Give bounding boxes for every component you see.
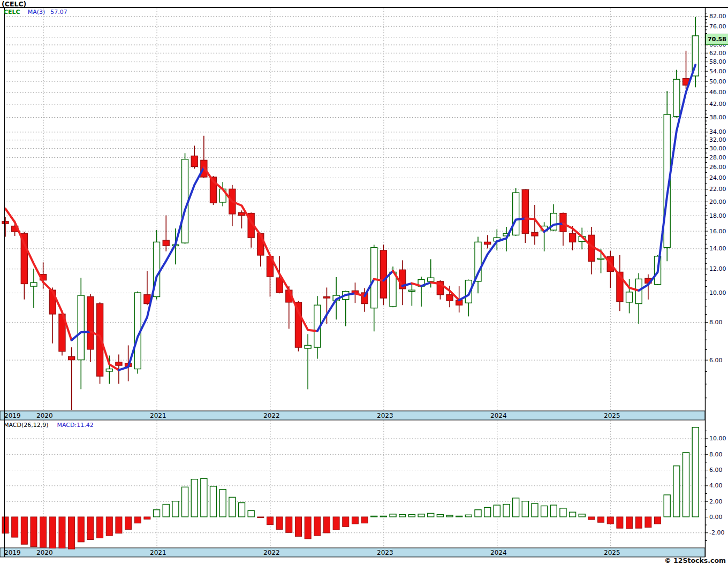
macd-bar <box>655 517 661 524</box>
year-label: 2022 <box>263 549 280 556</box>
year-band-bottom <box>0 548 705 557</box>
axis-tick-label: 76.00 <box>709 23 726 30</box>
macd-bar <box>219 490 226 517</box>
axis-tick-label: 62.00 <box>709 50 726 57</box>
macd-bar <box>144 517 150 519</box>
candle-down <box>144 295 150 304</box>
macd-bar <box>31 517 37 547</box>
candle-up <box>673 79 680 117</box>
axis-tick-label: 6.00 <box>709 357 723 364</box>
macd-bar <box>49 517 56 548</box>
macd-bar <box>154 510 160 517</box>
macd-bar <box>522 501 528 517</box>
candle-down <box>532 233 538 236</box>
gridlines <box>4 8 705 548</box>
macd-bar <box>295 517 301 537</box>
macd-bar <box>456 516 462 517</box>
macd-bar <box>428 513 434 517</box>
macd-bar <box>588 517 595 520</box>
macd-bar <box>78 517 84 542</box>
macd-bar <box>664 495 670 517</box>
macd-value: MACD:11.42 <box>57 422 94 429</box>
macd-bar <box>475 510 481 517</box>
year-label: 2025 <box>604 549 620 556</box>
axis-tick-label: 2.00 <box>709 498 723 505</box>
candle-up <box>31 282 37 286</box>
year-label: 2024 <box>490 412 507 419</box>
axis-tick-label: 28.00 <box>709 154 726 161</box>
macd-bar <box>352 517 358 524</box>
macd-bar <box>21 517 27 544</box>
macd-bar <box>229 497 236 517</box>
macd-bar <box>617 517 623 528</box>
ma-segment-falling <box>374 279 384 281</box>
macd-bar <box>59 517 65 548</box>
candle-up <box>428 278 434 281</box>
axis-tick-label: 16.00 <box>709 228 726 235</box>
axis-tick-label: 82.00 <box>709 13 726 20</box>
macd-bar <box>579 514 585 517</box>
year-label: 2021 <box>150 549 166 556</box>
macd-bar <box>399 515 406 517</box>
candlesticks <box>2 17 699 410</box>
macd-bar <box>314 517 321 536</box>
macd-bar <box>446 515 453 517</box>
axis-tick-label: 0.00 <box>709 514 723 521</box>
macd-bar <box>683 453 689 517</box>
candle-down <box>87 297 94 349</box>
candle-down <box>484 242 491 244</box>
macd-bar <box>390 514 396 517</box>
axis-tick-label: 6.00 <box>709 467 723 474</box>
candle-up <box>513 193 519 235</box>
year-label: 2019 <box>4 412 21 419</box>
macd-bar <box>40 517 47 547</box>
macd-bar <box>692 427 699 517</box>
current-price-badge: 70.58 <box>706 34 728 45</box>
macd-bar <box>570 512 576 517</box>
macd-bar <box>343 517 349 526</box>
axis-tick-label: 12.00 <box>709 265 726 272</box>
macd-bar <box>257 517 264 518</box>
candle-down <box>2 222 9 224</box>
axis-tick-label: 30.00 <box>709 145 726 152</box>
macd-bar <box>239 503 245 517</box>
macd-bar <box>12 517 18 537</box>
macd-bar <box>437 515 443 517</box>
candle-up <box>390 272 396 306</box>
macd-bar <box>106 517 112 536</box>
macd-bar <box>408 515 415 517</box>
macd-bar <box>201 478 207 517</box>
candle-up <box>371 248 377 308</box>
macd-bar <box>380 516 386 517</box>
macd-bar <box>560 508 566 517</box>
year-label: 2021 <box>150 412 166 419</box>
candle-down <box>276 278 283 293</box>
macd-bar <box>116 517 122 533</box>
axis-tick-label: 50.00 <box>709 78 726 85</box>
macd-bar <box>2 517 9 533</box>
macd-bar <box>465 515 472 517</box>
candle-down <box>191 156 198 166</box>
macd-bar <box>371 516 377 517</box>
axis-tick-label: 8.00 <box>709 451 723 458</box>
macd-bar <box>513 498 519 517</box>
macd-bar <box>134 517 141 523</box>
candle-down <box>69 356 75 360</box>
macd-bar <box>503 505 510 517</box>
macd-bar <box>361 517 368 523</box>
symbol-label: CELC <box>4 9 20 16</box>
year-label: 2022 <box>263 412 280 419</box>
year-label: 2020 <box>36 412 53 419</box>
axis-tick-label: 8.00 <box>709 319 723 326</box>
macd-label: MACD(26,12,9) <box>4 422 49 429</box>
macd-bar <box>125 517 132 529</box>
macd-bar <box>645 517 651 528</box>
year-label: 2019 <box>4 549 21 556</box>
candle-down <box>570 233 576 242</box>
axis-tick-label: 26.00 <box>709 164 726 171</box>
macd-bar <box>286 517 292 532</box>
macd-bar <box>484 507 491 517</box>
axis-tick-label: 14.00 <box>709 245 726 252</box>
macd-bar <box>87 517 94 539</box>
candle-down <box>163 240 169 246</box>
